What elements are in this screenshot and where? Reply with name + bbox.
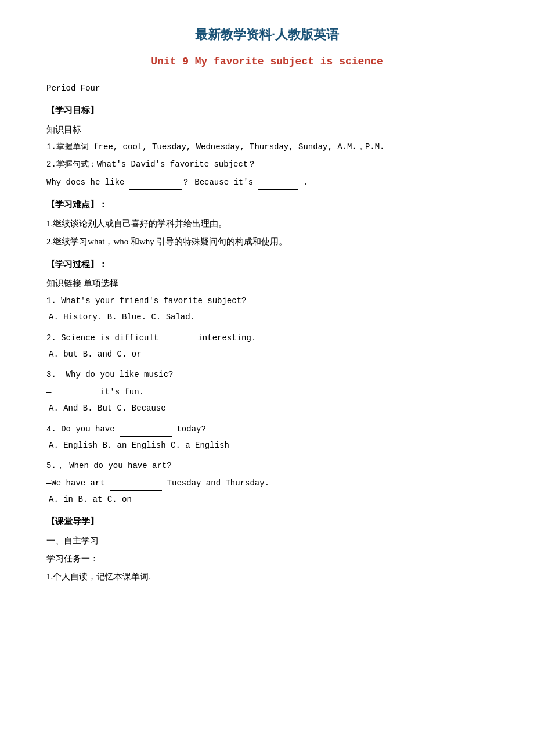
page-title-en: Unit 9 My favorite subject is science xyxy=(46,52,488,71)
knowledge-link-label: 知识链接 单项选择 xyxy=(46,276,488,291)
question-3-text2: — it's fun. xyxy=(46,384,488,399)
question-4-options: A. English B. an English C. a English xyxy=(49,438,488,453)
learning-difficulty-heading: 【学习难点】： xyxy=(46,197,488,213)
knowledge-goals-label: 知识目标 xyxy=(46,122,488,138)
knowledge-goal-2b: Why does he like ？ Because it's . xyxy=(46,175,488,190)
question-1-options: A. History. B. Blue. C. Salad. xyxy=(49,310,488,325)
task-1-label: 学习任务一： xyxy=(46,551,488,567)
period-label: Period Four xyxy=(46,81,488,96)
blank-1 xyxy=(261,157,290,172)
difficulty-item-2: 2.继续学习what，who 和why 引导的特殊疑问句的构成和使用。 xyxy=(46,234,488,250)
knowledge-goal-1: 1.掌握单词 free, cool, Tuesday, Wednesday, T… xyxy=(46,140,488,154)
question-5-text2: —We have art Tuesday and Thursday. xyxy=(46,476,488,491)
page-title-zh: 最新教学资料·人教版英语 xyxy=(46,23,488,46)
question-1-text: 1. What's your friend's favorite subject… xyxy=(46,294,488,308)
learning-process-heading: 【学习过程】： xyxy=(46,257,488,272)
blank-q3 xyxy=(51,384,95,399)
question-5-text: 5.，—When do you have art? xyxy=(46,459,488,473)
question-2-options: A. but B. and C. or xyxy=(49,347,488,362)
question-2-text: 2. Science is difficult interesting. xyxy=(46,330,488,345)
blank-2 xyxy=(129,175,182,190)
question-4-text: 4. Do you have today? xyxy=(46,422,488,437)
blank-q2 xyxy=(164,330,193,345)
blank-3 xyxy=(258,175,298,190)
classroom-guidance-heading: 【课堂导学】 xyxy=(46,514,488,530)
blank-q5 xyxy=(110,476,162,491)
question-3-options: A. And B. But C. Because xyxy=(49,401,488,416)
knowledge-goal-2: 2.掌握句式：What's David's favorite subject？ xyxy=(46,157,488,172)
question-5-options: A. in B. at C. on xyxy=(49,492,488,507)
self-study-label: 一、自主学习 xyxy=(46,533,488,549)
learning-goals-heading: 【学习目标】 xyxy=(46,103,488,118)
blank-q4 xyxy=(120,422,172,437)
task-1-item-1: 1.个人自读，记忆本课单词. xyxy=(46,569,488,585)
difficulty-item-1: 1.继续谈论别人或自己喜好的学科并给出理由。 xyxy=(46,216,488,232)
question-3-text: 3. —Why do you like music? xyxy=(46,368,488,382)
